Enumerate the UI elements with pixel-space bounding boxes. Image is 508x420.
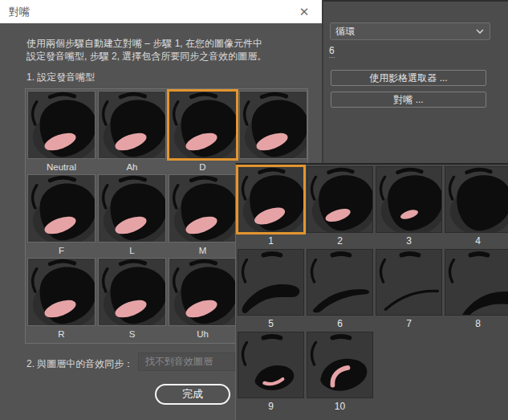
mouth-shape-icon xyxy=(307,332,372,398)
frame-tile-cell: 10 xyxy=(307,332,373,414)
mouth-shape-icon xyxy=(445,250,508,315)
frame-tile-label: 6 xyxy=(307,316,373,332)
frame-tile-3[interactable] xyxy=(376,166,442,233)
frame-tile-label: 9 xyxy=(238,398,304,414)
mouth-shape-icon xyxy=(99,92,165,158)
viseme-tile-d[interactable] xyxy=(169,91,237,159)
viseme-tile-cell xyxy=(239,91,307,174)
dialog-instructions: 使用兩個步驟自動建立對嘴 – 步驟 1, 在您的圖像元件中 設定發音嘴型, 步驟… xyxy=(26,37,299,63)
viseme-tile-cell: Ah xyxy=(98,91,166,174)
frame-tile-label: 7 xyxy=(376,316,442,332)
mouth-shape-icon xyxy=(376,250,441,315)
frame-tile-6[interactable] xyxy=(307,249,373,316)
step1-label: 1. 設定發音嘴型 xyxy=(26,71,95,84)
frame-tile-label: 10 xyxy=(307,398,373,414)
viseme-tile-ah[interactable] xyxy=(98,91,166,159)
mouth-shape-icon xyxy=(307,167,372,232)
mouth-shape-icon xyxy=(307,250,372,315)
frame-tile-8[interactable] xyxy=(445,249,508,316)
viseme-tile-label: S xyxy=(98,326,166,341)
frame-tile-10[interactable] xyxy=(307,332,373,398)
viseme-tile-label: R xyxy=(27,326,96,341)
viseme-tile-label: D xyxy=(169,159,237,174)
viseme-tile-cell: Neutral xyxy=(27,91,96,174)
viseme-tile-cell: S xyxy=(98,258,166,341)
frame-tile-label: 4 xyxy=(445,233,508,249)
viseme-tile-m[interactable] xyxy=(169,174,237,243)
frame-tile-4[interactable] xyxy=(445,166,508,233)
mouth-shape-icon xyxy=(28,259,95,325)
step2-label: 2. 與圖層中的音效同步： xyxy=(26,357,133,371)
viseme-tile-f[interactable] xyxy=(27,174,96,243)
viseme-tile-label: Ah xyxy=(98,159,166,174)
frame-tile-cell: 6 xyxy=(307,249,373,332)
frame-tile-9[interactable] xyxy=(238,332,304,398)
loop-dropdown-value: 循環 xyxy=(335,25,355,39)
mouth-shape-icon xyxy=(238,250,303,315)
mouth-shape-icon xyxy=(28,175,95,242)
tile-row: 5678 xyxy=(238,249,506,332)
frame-tile-cell: 8 xyxy=(445,249,508,332)
frame-tile-cell: 4 xyxy=(445,166,508,249)
mouth-shape-icon xyxy=(238,167,303,232)
done-button[interactable]: 完成 xyxy=(155,384,230,405)
frame-tile-2[interactable] xyxy=(307,166,373,233)
viseme-tile-r[interactable] xyxy=(27,258,96,326)
viseme-tile-l[interactable] xyxy=(98,174,166,243)
frame-picker-popup: 12345678910 xyxy=(235,163,508,420)
tile-row: 1234 xyxy=(238,166,506,249)
frame-tile-cell: 5 xyxy=(238,249,304,332)
viseme-tile[interactable] xyxy=(239,91,307,159)
viseme-tile-cell: R xyxy=(27,258,96,341)
mouth-shape-icon xyxy=(99,259,165,325)
audio-layer-dropdown[interactable]: 找不到音效圖層 xyxy=(138,353,235,371)
viseme-tile-cell: F xyxy=(27,174,96,258)
viseme-tile-uh[interactable] xyxy=(169,258,237,326)
frame-tile-label: 3 xyxy=(376,233,442,249)
chevron-down-icon xyxy=(475,27,485,36)
viseme-tile-cell: D xyxy=(169,91,237,174)
mouth-shape-icon xyxy=(376,167,441,232)
frame-tile-cell: 1 xyxy=(238,166,304,249)
loop-dropdown[interactable]: 循環 xyxy=(330,22,490,40)
frame-tile-5[interactable] xyxy=(238,249,304,316)
viseme-tile-label: Neutral xyxy=(27,159,96,174)
mouth-shape-icon xyxy=(28,92,95,158)
frame-tile-7[interactable] xyxy=(376,249,442,316)
mouth-shape-icon xyxy=(445,167,508,232)
use-frame-picker-button[interactable]: 使用影格選取器 ... xyxy=(331,70,486,86)
frame-tile-cell: 3 xyxy=(376,166,442,249)
mouth-shape-icon xyxy=(169,92,236,158)
frame-tile-label: 8 xyxy=(445,316,508,332)
viseme-tile-label: Uh xyxy=(169,326,237,341)
frame-tile-1[interactable] xyxy=(238,166,304,233)
mouth-shape-icon xyxy=(99,175,165,242)
close-icon[interactable]: ✕ xyxy=(294,0,315,23)
mouth-shape-icon xyxy=(238,332,303,398)
viseme-tile-cell: L xyxy=(98,174,166,258)
frame-tile-label: 5 xyxy=(238,316,304,332)
viseme-tile-label: M xyxy=(169,243,237,258)
mouth-shape-icon xyxy=(169,259,236,325)
frame-count-value[interactable]: 6 xyxy=(329,45,335,58)
frame-tile-cell: 9 xyxy=(238,332,304,414)
viseme-tile-neutral[interactable] xyxy=(27,91,96,159)
tile-row: 910 xyxy=(238,332,506,414)
viseme-tile-label: F xyxy=(27,243,96,258)
lip-sync-button[interactable]: 對嘴 ... xyxy=(331,92,486,108)
viseme-tile-label: L xyxy=(98,243,166,258)
frame-tile-label: 2 xyxy=(307,233,373,249)
dialog-titlebar: 對嘴 ✕ xyxy=(0,0,322,23)
frame-tile-label: 1 xyxy=(238,233,304,249)
dialog-title: 對嘴 xyxy=(9,5,30,19)
mouth-shape-icon xyxy=(240,92,307,158)
mouth-shape-icon xyxy=(169,175,236,242)
frame-tile-cell: 7 xyxy=(376,249,442,332)
viseme-tile-cell: M xyxy=(169,174,237,258)
frame-tile-cell: 2 xyxy=(307,166,373,249)
tile-row: NeutralAhD xyxy=(27,91,306,174)
viseme-tile-s[interactable] xyxy=(98,258,166,326)
viseme-tile-cell: Uh xyxy=(169,258,237,341)
